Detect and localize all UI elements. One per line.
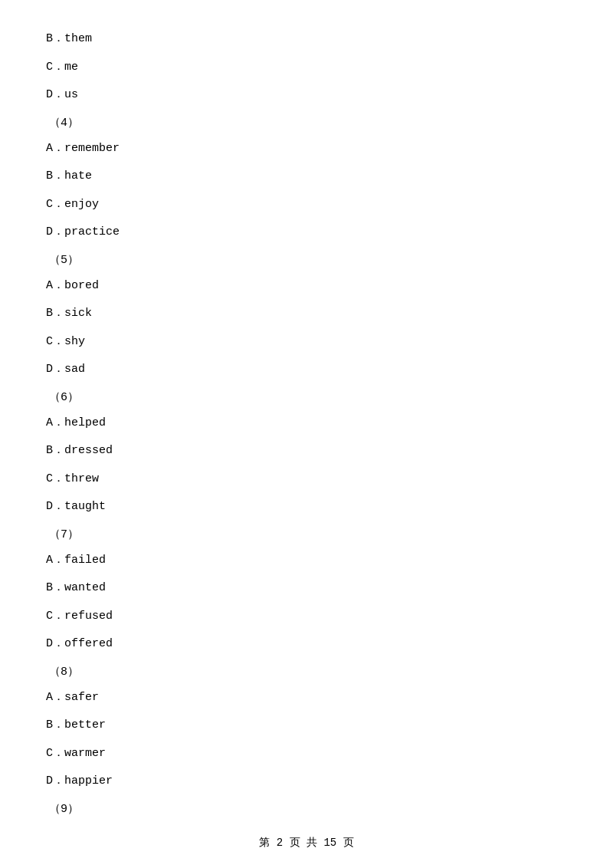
section-5-label: （5） [46,252,567,267]
option-b-sick: B．sick [46,305,567,323]
section-4-label: （4） [46,115,567,130]
option-a-helped: A．helped [46,415,567,432]
option-c-threw: C．threw [46,471,567,488]
option-b-them: B．them [46,31,567,48]
option-d-happier: D．happier [46,773,567,791]
option-a-bored: A．bored [46,278,567,295]
section-8-label: （8） [46,664,567,679]
option-c-me: C．me [46,59,567,77]
option-c-enjoy: C．enjoy [46,196,567,214]
option-a-remember: A．remember [46,140,567,158]
option-d-practice: D．practice [46,224,567,242]
option-c-shy: C．shy [46,334,567,351]
option-b-dressed: B．dressed [46,442,567,460]
page-content: B．them C．me D．us （4） A．remember B．hate C… [0,0,613,868]
option-d-taught: D．taught [46,498,567,516]
option-b-hate: B．hate [46,168,567,186]
option-d-offered: D．offered [46,636,567,653]
option-a-failed: A．failed [46,552,567,570]
option-c-warmer: C．warmer [46,745,567,763]
section-9-label: （9） [46,801,567,816]
footer-text: 第 2 页 共 15 页 [259,837,353,849]
option-b-better: B．better [46,717,567,735]
section-6-label: （6） [46,390,567,404]
section-7-label: （7） [46,527,567,541]
option-b-wanted: B．wanted [46,580,567,597]
option-c-refused: C．refused [46,608,567,626]
option-d-sad: D．sad [46,361,567,379]
option-a-safer: A．safer [46,689,567,707]
option-d-us: D．us [46,87,567,104]
page-footer: 第 2 页 共 15 页 [0,836,613,850]
